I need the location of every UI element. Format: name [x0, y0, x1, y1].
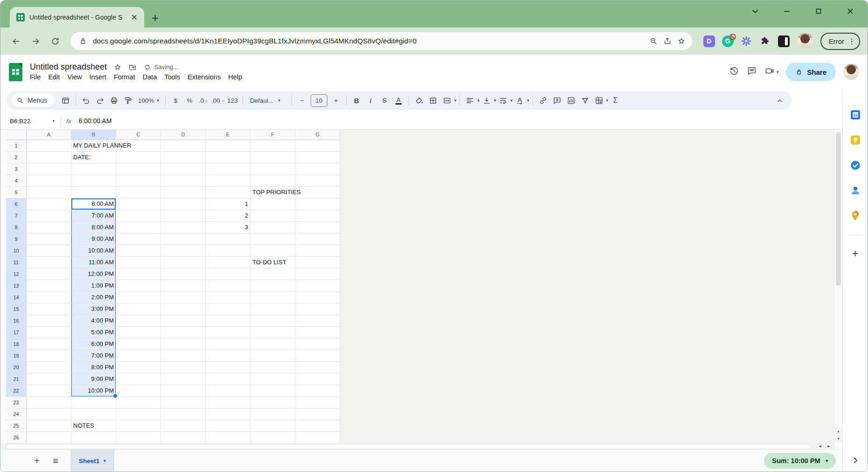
cell-G2[interactable] [295, 152, 340, 163]
undo-icon[interactable] [79, 94, 93, 107]
profile-error-button[interactable]: Error ⋮ [820, 33, 860, 50]
cell-G4[interactable] [295, 175, 340, 187]
grammarly-extension-icon[interactable]: G [722, 35, 734, 47]
cell-C24[interactable] [116, 409, 161, 420]
cell-F4[interactable] [250, 175, 295, 187]
cell-G12[interactable] [295, 268, 340, 280]
cell-F22[interactable] [250, 385, 295, 397]
cell-G11[interactable] [295, 257, 340, 268]
share-page-icon[interactable] [663, 37, 672, 45]
cell-B1[interactable]: MY DAILY PLANNER [71, 140, 116, 152]
cell-E7[interactable]: 2 [206, 210, 250, 222]
cell-E4[interactable] [206, 175, 250, 187]
cell-F15[interactable] [250, 303, 295, 315]
cell-D18[interactable] [161, 338, 206, 350]
cell-E14[interactable] [206, 292, 250, 303]
cell-E26[interactable] [206, 432, 250, 444]
cell-A26[interactable] [27, 432, 71, 444]
browser-profile-avatar[interactable] [797, 33, 813, 49]
cell-D14[interactable] [161, 292, 206, 303]
new-tab-button[interactable]: + [152, 12, 159, 24]
strikethrough-button[interactable]: S [378, 94, 391, 107]
zoom-select[interactable]: 100% ▾ [135, 97, 162, 104]
cell-F16[interactable] [250, 315, 295, 327]
cell-C10[interactable] [116, 245, 161, 257]
cell-C8[interactable] [116, 222, 161, 233]
share-button[interactable]: Share [786, 63, 836, 81]
cell-A22[interactable] [27, 385, 71, 397]
cell-B2[interactable]: DATE: [71, 152, 116, 163]
row-header-2[interactable]: 2 [6, 152, 27, 163]
cell-A15[interactable] [27, 303, 71, 315]
all-sheets-icon[interactable]: ≡ [46, 456, 65, 466]
cell-B5[interactable] [71, 187, 116, 198]
cell-F6[interactable] [250, 198, 295, 210]
cell-F1[interactable] [250, 140, 295, 152]
cell-D22[interactable] [161, 385, 206, 397]
cell-F5[interactable]: TOP PRIORITIES [250, 187, 295, 198]
vertical-scrollbar-thumb[interactable] [836, 132, 841, 286]
cell-C5[interactable] [116, 187, 161, 198]
cell-B18[interactable]: 6:00 PM [71, 338, 116, 350]
cell-D13[interactable] [161, 280, 206, 292]
cell-F25[interactable] [250, 420, 295, 432]
redo-icon[interactable] [93, 94, 107, 107]
cell-G6[interactable] [295, 198, 340, 210]
cell-D10[interactable] [161, 245, 206, 257]
cell-G14[interactable] [295, 292, 340, 303]
cell-B22[interactable]: 10:00 PM [71, 385, 116, 397]
cell-A11[interactable] [27, 257, 71, 268]
cell-E13[interactable] [206, 280, 250, 292]
cell-C25[interactable] [116, 420, 161, 432]
sheet-tab-caret-icon[interactable]: ▾ [104, 458, 106, 463]
cell-E19[interactable] [206, 350, 250, 362]
cell-B9[interactable]: 9:00 AM [71, 233, 116, 245]
cell-D8[interactable] [161, 222, 206, 233]
comment-history-icon[interactable] [747, 66, 757, 78]
borders-icon[interactable] [426, 94, 440, 107]
scroll-left-icon[interactable]: ◀ [816, 444, 824, 449]
row-header-17[interactable]: 17 [6, 327, 27, 338]
cell-A24[interactable] [27, 409, 71, 420]
cell-G5[interactable] [295, 187, 340, 198]
cell-E10[interactable] [206, 245, 250, 257]
row-header-22[interactable]: 22 [6, 385, 27, 397]
cell-G19[interactable] [295, 350, 340, 362]
cell-C26[interactable] [116, 432, 161, 444]
cell-C3[interactable] [116, 163, 161, 175]
cell-G13[interactable] [295, 280, 340, 292]
cell-F2[interactable] [250, 152, 295, 163]
cell-F11[interactable]: TO-DO LIST [250, 257, 295, 268]
cell-D6[interactable] [161, 198, 206, 210]
side-panel-extension-icon[interactable] [778, 35, 790, 47]
vertical-align-caret-icon[interactable]: ▾ [494, 98, 496, 103]
cell-E1[interactable] [206, 140, 250, 152]
cell-B6[interactable]: 6:00 AM [71, 198, 116, 210]
font-select[interactable]: Defaul... ▾ [246, 97, 288, 104]
cell-C18[interactable] [116, 338, 161, 350]
row-header-26[interactable]: 26 [6, 432, 27, 444]
cell-G3[interactable] [295, 163, 340, 175]
cell-C22[interactable] [116, 385, 161, 397]
cell-A2[interactable] [27, 152, 71, 163]
video-camera-icon[interactable] [764, 66, 775, 78]
vertical-scrollbar[interactable]: ▲ ▼ [834, 130, 842, 444]
fill-color-icon[interactable] [412, 94, 426, 107]
cell-D24[interactable] [161, 409, 206, 420]
cell-C4[interactable] [116, 175, 161, 187]
row-header-7[interactable]: 7 [6, 210, 27, 222]
collapse-toolbar-icon[interactable] [773, 94, 786, 107]
cell-F8[interactable] [250, 222, 295, 233]
cell-C17[interactable] [116, 327, 161, 338]
row-header-20[interactable]: 20 [6, 362, 27, 373]
row-header-15[interactable]: 15 [6, 303, 27, 315]
text-rotation-icon[interactable] [513, 94, 527, 107]
cell-C11[interactable] [116, 257, 161, 268]
horizontal-scrollbar[interactable]: ◀ ▶ [0, 444, 842, 449]
cell-B10[interactable]: 10:00 AM [71, 245, 116, 257]
cell-B24[interactable] [71, 409, 116, 420]
row-header-10[interactable]: 10 [6, 245, 27, 257]
row-header-1[interactable]: 1 [6, 140, 27, 152]
cell-F3[interactable] [250, 163, 295, 175]
cell-C12[interactable] [116, 268, 161, 280]
